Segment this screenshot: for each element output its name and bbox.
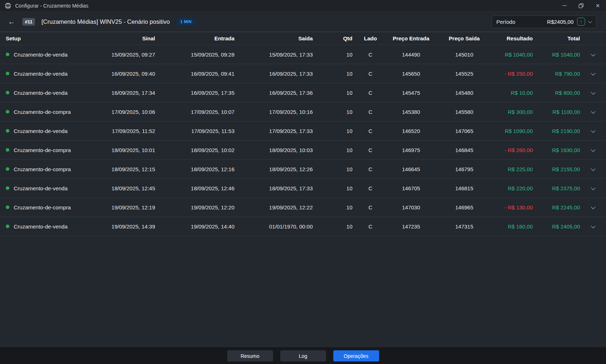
saida-cell: 18/09/2025, 10:03	[234, 147, 313, 153]
lado-cell: C	[352, 90, 388, 96]
table-row[interactable]: Cruzamento-de-compra 18/09/2025, 10:01 1…	[0, 141, 606, 160]
preco-entrada-cell: 145650	[388, 71, 434, 77]
resultado-cell: - R$ 260,00	[495, 147, 533, 153]
saida-cell: 01/01/1970, 00:00	[234, 223, 313, 230]
saida-cell: 16/09/2025, 17:33	[234, 71, 313, 77]
strategy-id-badge: #11	[22, 18, 35, 26]
sinal-cell: 18/09/2025, 10:01	[108, 147, 155, 153]
sinal-cell: 18/09/2025, 12:15	[108, 166, 155, 172]
saida-cell: 16/09/2025, 17:36	[234, 90, 313, 96]
chevron-down-icon	[591, 185, 596, 190]
restore-button[interactable]	[573, 0, 589, 11]
column-header-saida: Saída	[234, 35, 313, 41]
table-row[interactable]: Cruzamento-de-compra 17/09/2025, 10:06 1…	[0, 102, 606, 121]
expand-row-button[interactable]	[580, 72, 606, 75]
preco-saida-cell: 146815	[434, 185, 495, 191]
table-header: Setup Sinal Entrada Saída Qtd Lado Preço…	[0, 32, 606, 45]
expand-row-button[interactable]	[580, 225, 606, 228]
qtd-cell: 10	[313, 71, 352, 77]
preco-saida-cell: 145525	[434, 71, 495, 77]
column-header-entrada: Entrada	[155, 35, 234, 41]
setup-label: Cruzamento-de-venda	[14, 71, 67, 77]
resultado-cell: R$ 10,00	[495, 90, 533, 96]
table-row[interactable]: Cruzamento-de-venda 16/09/2025, 17:34 16…	[0, 83, 606, 102]
table-row[interactable]: Cruzamento-de-venda 19/09/2025, 14:39 19…	[0, 217, 606, 236]
setup-cell: Cruzamento-de-compra	[0, 147, 108, 153]
expand-row-button[interactable]	[580, 206, 606, 209]
resultado-cell: R$ 160,00	[495, 223, 533, 230]
tab-log[interactable]: Log	[280, 350, 326, 361]
preco-saida-cell: 145010	[434, 52, 495, 58]
footer-tab-bar: Resumo Log Operações	[0, 347, 606, 364]
preco-entrada-cell: 147235	[388, 223, 434, 230]
total-cell: R$ 2245,00	[533, 204, 580, 210]
entrada-cell: 19/09/2025, 14:40	[155, 223, 234, 230]
expand-row-button[interactable]	[580, 148, 606, 152]
table-row[interactable]: Cruzamento-de-venda 15/09/2025, 09:27 15…	[0, 45, 606, 64]
total-cell: R$ 1100,00	[533, 109, 580, 115]
chevron-down-icon	[588, 19, 592, 23]
preco-entrada-cell: 147030	[388, 204, 434, 210]
expand-row-button[interactable]	[580, 168, 606, 171]
table-row[interactable]: Cruzamento-de-venda 17/09/2025, 11:52 17…	[0, 121, 606, 141]
timeframe-badge: 1 MIN	[176, 18, 196, 25]
lado-cell: C	[352, 147, 388, 153]
setup-label: Cruzamento-de-venda	[14, 223, 67, 230]
sinal-cell: 17/09/2025, 11:52	[108, 128, 155, 134]
sinal-cell: 15/09/2025, 09:27	[108, 52, 155, 58]
table-row[interactable]: Cruzamento-de-compra 18/09/2025, 12:15 1…	[0, 160, 606, 179]
column-header-resultado: Resultado	[495, 35, 533, 41]
saida-cell: 18/09/2025, 17:33	[234, 185, 313, 191]
setup-label: Cruzamento-de-compra	[14, 147, 71, 153]
setup-cell: Cruzamento-de-venda	[0, 185, 108, 191]
expand-row-button[interactable]	[580, 91, 606, 94]
tab-resumo[interactable]: Resumo	[227, 350, 273, 361]
setup-cell: Cruzamento-de-compra	[0, 204, 108, 210]
column-header-preco-entrada: Preço Entrada	[388, 35, 434, 41]
setup-cell: Cruzamento-de-venda	[0, 52, 108, 58]
preco-entrada-cell: 144490	[388, 52, 434, 58]
total-cell: R$ 2405,00	[533, 223, 580, 230]
status-dot-icon	[6, 167, 9, 171]
column-header-preco-saida: Preço Saída	[434, 35, 495, 41]
table-body: Cruzamento-de-venda 15/09/2025, 09:27 15…	[0, 45, 606, 236]
period-selector[interactable]: Período R$2405,00 ↑	[492, 15, 596, 28]
saida-cell: 19/09/2025, 12:22	[234, 204, 313, 210]
expand-row-button[interactable]	[580, 53, 606, 56]
entrada-cell: 19/09/2025, 12:20	[155, 204, 234, 210]
column-header-qtd: Qtd	[313, 35, 352, 41]
entrada-cell: 16/09/2025, 09:41	[155, 71, 234, 77]
close-button[interactable]: ✕	[589, 0, 606, 11]
chevron-down-icon	[591, 223, 596, 228]
table-row[interactable]: Cruzamento-de-venda 18/09/2025, 12:45 18…	[0, 179, 606, 198]
chevron-down-icon	[591, 71, 596, 75]
chevron-down-icon	[591, 109, 596, 114]
table-row[interactable]: Cruzamento-de-venda 16/09/2025, 09:40 16…	[0, 64, 606, 83]
status-dot-icon	[6, 205, 9, 209]
preco-saida-cell: 147065	[434, 128, 495, 134]
expand-row-button[interactable]	[580, 129, 606, 133]
expand-row-button[interactable]	[580, 187, 606, 190]
expand-row-button[interactable]	[580, 110, 606, 114]
setup-label: Cruzamento-de-venda	[14, 128, 67, 134]
entrada-cell: 17/09/2025, 11:53	[155, 128, 234, 134]
minimize-button[interactable]	[556, 0, 573, 11]
column-header-setup: Setup	[0, 35, 108, 41]
resultado-cell: R$ 220,00	[495, 185, 533, 191]
preco-saida-cell: 145480	[434, 90, 495, 96]
chevron-down-icon	[591, 147, 596, 152]
table-row[interactable]: Cruzamento-de-compra 19/09/2025, 12:19 1…	[0, 198, 606, 217]
saida-cell: 17/09/2025, 10:16	[234, 109, 313, 115]
close-icon: ✕	[596, 3, 600, 9]
resultado-cell: - R$ 250,00	[495, 71, 533, 77]
resultado-cell: R$ 225,00	[495, 166, 533, 172]
back-button[interactable]: ←	[8, 18, 15, 26]
total-cell: R$ 2190,00	[533, 128, 580, 134]
preco-saida-cell: 146795	[434, 166, 495, 172]
restore-icon	[579, 3, 584, 8]
total-cell: R$ 1930,00	[533, 147, 580, 153]
tab-operacoes[interactable]: Operações	[333, 350, 379, 361]
resultado-cell: R$ 300,00	[495, 109, 533, 115]
entrada-cell: 16/09/2025, 17:35	[155, 90, 234, 96]
setup-label: Cruzamento-de-compra	[14, 109, 71, 115]
